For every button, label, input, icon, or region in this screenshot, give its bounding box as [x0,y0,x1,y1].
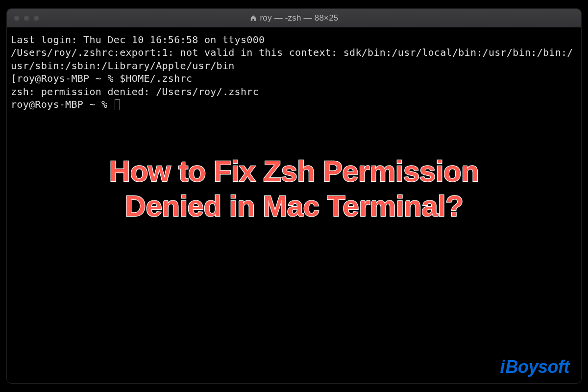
brand-rest: Boysoft [506,357,570,377]
home-icon [250,15,257,22]
brand-logo: iBoysoft [500,357,569,377]
terminal-line: /Users/roy/.zshrc:export:1: not valid in… [11,46,577,72]
headline-line-1: How to Fix Zsh Permission [109,155,479,188]
brand-prefix: i [500,357,505,377]
terminal-prompt-line: roy@Roys-MBP ~ % [11,98,577,111]
terminal-line: Last login: Thu Dec 10 16:56:58 on ttys0… [11,33,577,46]
terminal-line: [roy@Roys-MBP ~ % $HOME/.zshrc [11,72,577,85]
close-button[interactable] [14,15,20,21]
minimize-button[interactable] [24,15,29,21]
traffic-lights [7,15,39,21]
window-title-text: roy — -zsh — 88×25 [260,13,339,23]
terminal-line: zsh: permission denied: /Users/roy/.zshr… [11,85,577,98]
maximize-button[interactable] [33,15,39,21]
window-title: roy — -zsh — 88×25 [7,13,581,23]
terminal-cursor [115,99,120,110]
overlay-headline: How to Fix Zsh Permission Denied in Mac … [0,154,588,224]
headline-line-2: Denied in Mac Terminal? [125,190,464,222]
terminal-prompt-text: roy@Roys-MBP ~ % [11,98,114,110]
title-bar[interactable]: roy — -zsh — 88×25 [7,9,581,27]
